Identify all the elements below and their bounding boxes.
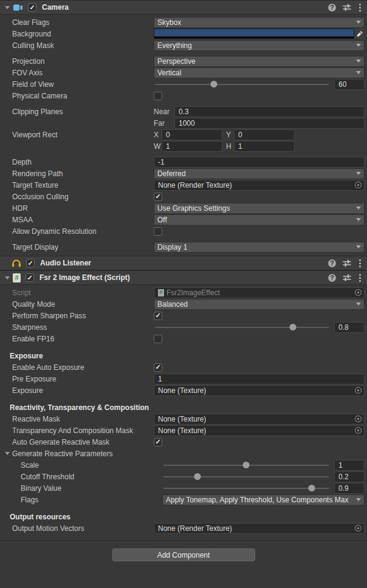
field-of-view-value[interactable]: 60 [334, 79, 365, 90]
auto-generate-reactive-mask-row: Auto Generate Reactive Mask [0, 437, 365, 447]
msaa-dropdown[interactable]: Off [154, 214, 365, 225]
transparency-and-composition-mask-label: Transparency And Composition Mask [0, 426, 154, 435]
slider-thumb[interactable] [243, 462, 250, 468]
physical-camera-checkbox[interactable] [154, 92, 162, 100]
object-picker-icon[interactable] [355, 289, 362, 296]
rendering-path-row: Rendering Path Deferred [0, 168, 365, 179]
viewport-x-input[interactable]: 0 [162, 129, 222, 140]
exposure-object-field[interactable]: None (Texture) [154, 385, 365, 396]
scale-slider[interactable] [162, 460, 330, 470]
exposure-section-header: Exposure [0, 350, 365, 361]
slider-thumb[interactable] [210, 81, 217, 87]
script-icon: # [13, 273, 21, 282]
kebab-menu-icon[interactable] [358, 273, 362, 282]
pre-exposure-label: Pre Exposure [0, 375, 154, 383]
far-input[interactable]: 1000 [174, 118, 365, 129]
quality-mode-dropdown[interactable]: Balanced [154, 299, 365, 310]
background-label: Background [0, 30, 154, 38]
auto-generate-reactive-mask-checkbox[interactable] [154, 438, 162, 446]
object-picker-icon[interactable] [355, 182, 362, 188]
kebab-menu-icon[interactable] [358, 259, 362, 268]
camera-component-body: Clear Flags Skybox Background Culling Ma… [0, 15, 367, 256]
fov-axis-dropdown[interactable]: Vertical [154, 67, 365, 78]
field-of-view-slider[interactable] [154, 79, 330, 89]
add-component-button[interactable]: Add Component [112, 549, 255, 561]
help-icon[interactable]: ? [328, 259, 336, 267]
h-label: H [226, 142, 234, 151]
help-icon[interactable]: ? [328, 4, 336, 12]
near-input[interactable]: 0.3 [174, 106, 365, 117]
target-texture-label: Target Texture [0, 181, 154, 190]
cutoff-threshold-value[interactable]: 0.2 [334, 471, 365, 482]
perform-sharpen-pass-checkbox[interactable] [154, 312, 162, 320]
presets-icon[interactable] [343, 4, 351, 11]
cutoff-threshold-row: Cutoff Threshold 0.2 [0, 471, 365, 482]
clear-flags-dropdown[interactable]: Skybox [154, 17, 365, 28]
slider-thumb[interactable] [290, 324, 297, 330]
object-picker-icon[interactable] [355, 525, 362, 532]
flags-dropdown[interactable]: Apply Tonemap, Apply Threshold, Use Comp… [162, 494, 365, 505]
audio-listener-enabled-checkbox[interactable] [26, 259, 35, 267]
object-picker-icon[interactable] [355, 387, 362, 394]
hdr-dropdown[interactable]: Use Graphics Settings [154, 203, 365, 214]
cutoff-threshold-slider[interactable] [162, 471, 330, 482]
enable-fp16-row: Enable FP16 [0, 333, 365, 344]
chevron-down-icon [356, 21, 361, 24]
slider-thumb[interactable] [194, 473, 201, 480]
chevron-down-icon [356, 245, 361, 248]
kebab-menu-icon[interactable] [358, 3, 362, 12]
presets-icon[interactable] [343, 274, 351, 281]
x-label: X [154, 131, 162, 139]
depth-input[interactable]: -1 [154, 157, 365, 168]
viewport-rect-xy-row: Viewport Rect X 0 Y 0 [0, 129, 365, 140]
target-texture-object-field[interactable]: None (Render Texture) [154, 180, 365, 191]
foldout-expanded-icon [5, 452, 10, 455]
occlusion-culling-checkbox[interactable] [154, 193, 162, 201]
sharpness-value[interactable]: 0.8 [334, 322, 365, 333]
binary-value-value[interactable]: 0.9 [334, 483, 365, 494]
viewport-y-input[interactable]: 0 [234, 129, 295, 140]
foldout-expanded-icon[interactable] [5, 6, 10, 9]
rendering-path-dropdown[interactable]: Deferred [154, 168, 365, 179]
allow-dynamic-resolution-checkbox[interactable] [154, 227, 162, 236]
object-picker-icon[interactable] [355, 427, 362, 434]
pre-exposure-input[interactable]: 1 [154, 374, 365, 385]
object-picker-icon[interactable] [355, 415, 362, 422]
viewport-rect-wh-row: W 1 H 1 [0, 141, 365, 151]
target-display-dropdown[interactable]: Display 1 [154, 242, 365, 253]
viewport-h-input[interactable]: 1 [234, 141, 295, 152]
projection-dropdown[interactable]: Perspective [154, 56, 365, 67]
culling-mask-row: Culling Mask Everything [0, 40, 365, 50]
culling-mask-label: Culling Mask [0, 41, 154, 50]
transparency-mask-object-field[interactable]: None (Texture) [154, 425, 365, 436]
output-motion-vectors-object-field[interactable]: None (Render Texture) [154, 523, 365, 534]
fsr2-enabled-checkbox[interactable] [26, 273, 34, 282]
camera-enabled-checkbox[interactable] [28, 3, 36, 12]
slider-track [163, 476, 329, 477]
binary-value-slider[interactable] [162, 483, 330, 493]
sharpness-label: Sharpness [0, 323, 154, 332]
foldout-expanded-icon[interactable] [5, 276, 10, 279]
occlusion-culling-row: Occlusion Culling [0, 191, 365, 202]
enable-fp16-checkbox[interactable] [154, 335, 162, 343]
chevron-down-icon [356, 172, 361, 175]
reactive-mask-object-field[interactable]: None (Texture) [154, 414, 365, 425]
chevron-down-icon [356, 60, 361, 63]
culling-mask-dropdown[interactable]: Everything [154, 40, 365, 51]
eyedropper-icon[interactable] [355, 29, 365, 39]
near-label: Near [154, 108, 174, 116]
presets-icon[interactable] [343, 259, 351, 267]
enable-auto-exposure-checkbox[interactable] [154, 363, 162, 372]
scale-value[interactable]: 1 [334, 460, 365, 471]
slider-thumb[interactable] [308, 485, 315, 491]
cutoff-threshold-label: Cutoff Threshold [0, 473, 162, 481]
help-icon[interactable]: ? [328, 274, 336, 282]
component-title: Audio Listener [40, 259, 328, 267]
sharpness-slider[interactable] [154, 322, 330, 332]
background-color-swatch[interactable] [154, 29, 354, 39]
unity-inspector-panel: Camera ? Clear Flags Skybox Background [0, 0, 367, 588]
script-object-field[interactable]: # Fsr2ImageEffect [154, 287, 365, 298]
enable-fp16-label: Enable FP16 [0, 335, 154, 343]
viewport-w-input[interactable]: 1 [162, 141, 222, 152]
generate-reactive-parameters-foldout[interactable]: Generate Reactive Parameters [0, 448, 365, 459]
